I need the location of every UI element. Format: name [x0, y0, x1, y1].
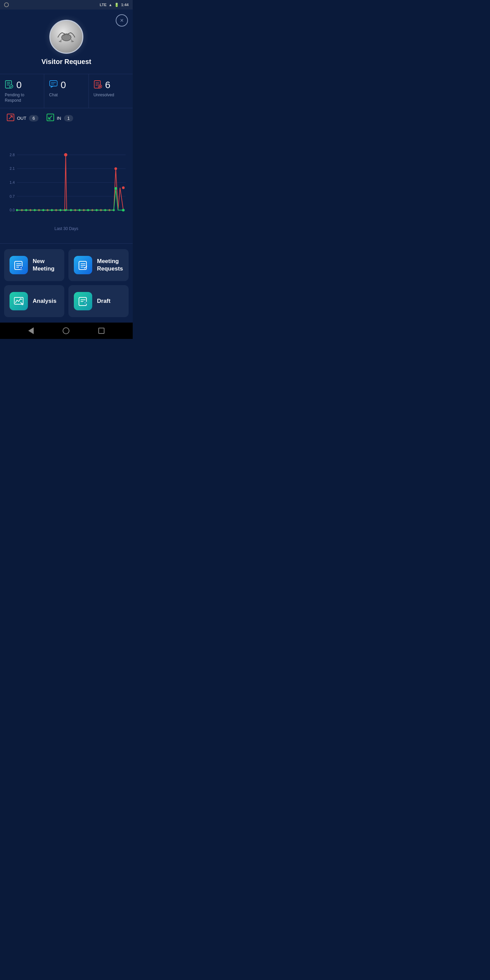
svg-point-57 — [42, 209, 44, 211]
chat-count: 0 — [60, 80, 66, 91]
app-icon-circle — [49, 20, 83, 54]
svg-text:0.0: 0.0 — [10, 208, 14, 212]
chart-wrapper: 0.0 0.7 1.4 2.1 2.8 — [3, 127, 129, 224]
meeting-requests-button[interactable]: Meeting Requests — [68, 249, 129, 281]
new-meeting-label: New Meeting — [33, 258, 59, 272]
svg-point-56 — [34, 209, 36, 211]
pending-icon — [5, 80, 14, 91]
unresolved-label: Unresolved — [94, 92, 115, 98]
svg-point-61 — [70, 209, 72, 211]
analysis-label: Analysis — [33, 298, 56, 305]
in-legend: IN 1 — [47, 114, 73, 123]
close-button[interactable]: × — [116, 14, 128, 27]
svg-point-86 — [85, 304, 86, 304]
out-count: 6 — [29, 115, 38, 121]
chat-label: Chat — [49, 92, 57, 98]
signal-bars-icon: ▲ — [108, 3, 112, 7]
analysis-icon — [10, 292, 28, 310]
svg-point-52 — [115, 167, 117, 170]
svg-point-63 — [87, 209, 89, 211]
main-content: × — [0, 10, 133, 243]
analysis-button[interactable]: Analysis — [4, 285, 64, 317]
svg-text:0.7: 0.7 — [10, 194, 14, 198]
svg-point-55 — [25, 209, 27, 211]
out-label: OUT — [17, 116, 26, 121]
in-count: 1 — [64, 115, 73, 121]
svg-rect-6 — [50, 81, 57, 86]
page-title: Visitor Request — [0, 58, 133, 66]
recents-button[interactable] — [98, 328, 105, 334]
draft-label: Draft — [97, 298, 111, 305]
meeting-requests-label: Meeting Requests — [97, 258, 123, 272]
chart-legend: OUT 6 IN 1 — [3, 114, 129, 127]
home-button[interactable] — [63, 327, 69, 334]
new-meeting-button[interactable]: New Meeting — [4, 249, 64, 281]
stat-chat: 0 Chat — [44, 74, 89, 108]
battery-icon: 🔋 — [115, 3, 119, 7]
out-legend: OUT 6 — [7, 114, 38, 123]
new-meeting-icon — [10, 256, 28, 274]
app-icon-wrapper — [0, 10, 133, 58]
svg-point-64 — [95, 209, 98, 211]
stats-row: 0 Pending toRespond 0 Chat — [0, 74, 133, 108]
time-display: 1:44 — [121, 3, 129, 7]
svg-point-60 — [65, 209, 67, 211]
svg-point-53 — [122, 186, 125, 189]
svg-text:2.1: 2.1 — [10, 167, 14, 171]
stat-pending: 0 Pending toRespond — [0, 74, 44, 108]
in-label: IN — [57, 116, 61, 121]
stat-unresolved: 6 Unresolved — [89, 74, 133, 108]
out-icon — [7, 114, 14, 123]
svg-point-62 — [79, 209, 81, 211]
svg-point-68 — [122, 209, 125, 212]
svg-point-54 — [16, 209, 18, 211]
svg-point-40 — [64, 153, 67, 156]
status-bar: LTE ▲ 🔋 1:44 — [0, 0, 133, 10]
svg-point-5 — [10, 85, 13, 88]
pending-count: 0 — [16, 80, 22, 91]
svg-point-67 — [115, 187, 117, 190]
svg-point-58 — [51, 209, 53, 211]
pending-label: Pending toRespond — [5, 92, 24, 103]
back-button[interactable] — [28, 327, 34, 334]
line-chart: 0.0 0.7 1.4 2.1 2.8 — [5, 127, 127, 222]
signal-icon — [4, 2, 9, 7]
draft-icon — [74, 292, 92, 310]
svg-text:1.4: 1.4 — [10, 180, 14, 185]
unresolved-count: 6 — [105, 80, 111, 91]
svg-point-82 — [21, 303, 24, 305]
nav-buttons-grid: New Meeting Meeting Requests Analysis — [0, 243, 133, 323]
draft-button[interactable]: Draft — [68, 285, 129, 317]
lte-indicator: LTE — [100, 3, 107, 7]
svg-text:2.8: 2.8 — [10, 153, 14, 157]
svg-point-0 — [62, 34, 71, 41]
svg-point-65 — [104, 209, 106, 211]
meeting-requests-icon — [74, 256, 92, 274]
chart-section: OUT 6 IN 1 0.0 0.7 1 — [0, 108, 133, 237]
in-icon — [47, 114, 54, 123]
svg-point-66 — [113, 209, 115, 211]
android-nav-bar — [0, 323, 133, 339]
svg-point-59 — [60, 209, 62, 211]
handshake-icon — [56, 27, 76, 47]
chat-icon — [49, 80, 58, 91]
chart-x-label: Last 30 Days — [3, 224, 129, 237]
unresolved-icon — [94, 80, 102, 91]
